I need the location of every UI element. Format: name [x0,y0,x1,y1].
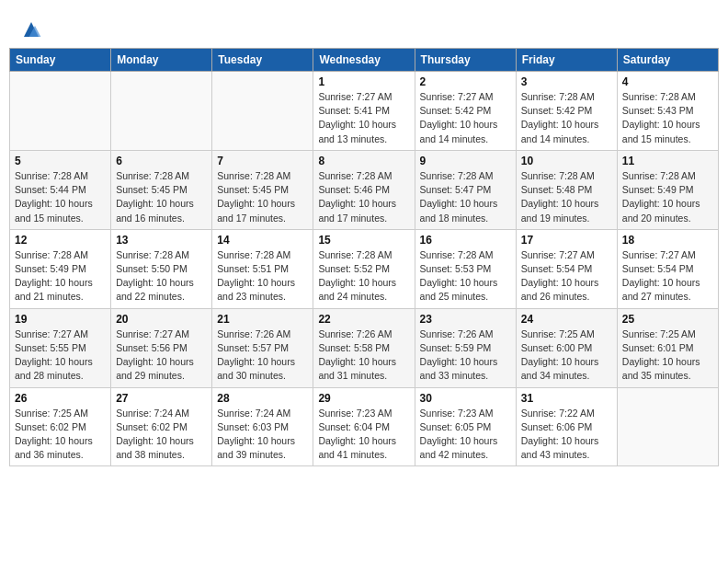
cell-day-info: Sunrise: 7:28 AM Sunset: 5:42 PM Dayligh… [521,90,612,146]
cell-day-info: Sunrise: 7:28 AM Sunset: 5:53 PM Dayligh… [420,248,511,304]
calendar-cell: 2Sunrise: 7:27 AM Sunset: 5:42 PM Daylig… [415,72,516,151]
calendar-cell: 6Sunrise: 7:28 AM Sunset: 5:45 PM Daylig… [111,150,212,229]
calendar-cell: 22Sunrise: 7:26 AM Sunset: 5:58 PM Dayli… [313,308,415,387]
calendar-cell: 21Sunrise: 7:26 AM Sunset: 5:57 PM Dayli… [212,308,313,387]
cell-day-info: Sunrise: 7:23 AM Sunset: 6:05 PM Dayligh… [420,407,511,463]
calendar-header-saturday: Saturday [617,49,718,72]
calendar-cell: 15Sunrise: 7:28 AM Sunset: 5:52 PM Dayli… [313,229,415,308]
calendar-cell: 12Sunrise: 7:28 AM Sunset: 5:49 PM Dayli… [10,229,111,308]
cell-day-number: 16 [420,234,511,247]
calendar-cell: 18Sunrise: 7:27 AM Sunset: 5:54 PM Dayli… [617,229,718,308]
calendar-cell [10,72,111,151]
cell-day-number: 2 [420,75,511,88]
calendar-cell: 31Sunrise: 7:22 AM Sunset: 6:06 PM Dayli… [516,387,617,466]
cell-day-number: 20 [116,313,207,326]
calendar-cell: 4Sunrise: 7:28 AM Sunset: 5:43 PM Daylig… [617,72,718,151]
calendar-cell: 19Sunrise: 7:27 AM Sunset: 5:55 PM Dayli… [10,308,111,387]
cell-day-info: Sunrise: 7:28 AM Sunset: 5:45 PM Dayligh… [217,169,308,225]
cell-day-number: 12 [15,234,106,247]
cell-day-number: 21 [217,313,308,326]
cell-day-info: Sunrise: 7:28 AM Sunset: 5:44 PM Dayligh… [15,169,106,225]
cell-day-info: Sunrise: 7:28 AM Sunset: 5:47 PM Dayligh… [420,169,511,225]
calendar-header-wednesday: Wednesday [313,49,415,72]
calendar-header-row: SundayMondayTuesdayWednesdayThursdayFrid… [10,49,719,72]
cell-day-number: 11 [622,155,713,167]
calendar-header-tuesday: Tuesday [212,49,313,72]
calendar-week-row: 26Sunrise: 7:25 AM Sunset: 6:02 PM Dayli… [10,387,719,466]
cell-day-info: Sunrise: 7:27 AM Sunset: 5:54 PM Dayligh… [521,248,612,304]
calendar-cell [617,387,718,466]
calendar-cell: 17Sunrise: 7:27 AM Sunset: 5:54 PM Dayli… [516,229,617,308]
calendar-cell [111,72,212,151]
calendar-header-friday: Friday [516,49,617,72]
cell-day-number: 4 [622,75,713,88]
cell-day-number: 29 [318,392,409,405]
calendar-cell: 11Sunrise: 7:28 AM Sunset: 5:49 PM Dayli… [617,150,718,229]
page-header [9,9,719,48]
cell-day-number: 9 [420,155,511,167]
logo [18,18,42,40]
cell-day-info: Sunrise: 7:25 AM Sunset: 6:02 PM Dayligh… [15,407,106,463]
cell-day-number: 17 [521,234,612,247]
calendar-table: SundayMondayTuesdayWednesdayThursdayFrid… [9,48,719,466]
calendar-week-row: 12Sunrise: 7:28 AM Sunset: 5:49 PM Dayli… [10,229,719,308]
cell-day-number: 7 [217,155,308,167]
calendar-week-row: 5Sunrise: 7:28 AM Sunset: 5:44 PM Daylig… [10,150,719,229]
logo-icon [20,18,42,40]
cell-day-number: 3 [521,75,612,88]
cell-day-info: Sunrise: 7:24 AM Sunset: 6:02 PM Dayligh… [116,407,207,463]
calendar-cell [212,72,313,151]
cell-day-info: Sunrise: 7:22 AM Sunset: 6:06 PM Dayligh… [521,407,612,463]
cell-day-info: Sunrise: 7:28 AM Sunset: 5:45 PM Dayligh… [116,169,207,225]
cell-day-number: 13 [116,234,207,247]
calendar-cell: 9Sunrise: 7:28 AM Sunset: 5:47 PM Daylig… [415,150,516,229]
calendar-cell: 29Sunrise: 7:23 AM Sunset: 6:04 PM Dayli… [313,387,415,466]
cell-day-number: 27 [116,392,207,405]
cell-day-info: Sunrise: 7:26 AM Sunset: 5:57 PM Dayligh… [217,327,308,384]
cell-day-info: Sunrise: 7:28 AM Sunset: 5:52 PM Dayligh… [318,248,409,304]
cell-day-number: 26 [15,392,106,405]
cell-day-info: Sunrise: 7:25 AM Sunset: 6:00 PM Dayligh… [521,327,612,384]
calendar-header-sunday: Sunday [10,49,111,72]
cell-day-info: Sunrise: 7:26 AM Sunset: 5:58 PM Dayligh… [318,327,409,384]
cell-day-number: 31 [521,392,612,405]
calendar-week-row: 1Sunrise: 7:27 AM Sunset: 5:41 PM Daylig… [10,72,719,151]
cell-day-number: 25 [622,313,713,326]
calendar-cell: 27Sunrise: 7:24 AM Sunset: 6:02 PM Dayli… [111,387,212,466]
calendar-cell: 24Sunrise: 7:25 AM Sunset: 6:00 PM Dayli… [516,308,617,387]
cell-day-number: 24 [521,313,612,326]
cell-day-info: Sunrise: 7:28 AM Sunset: 5:46 PM Dayligh… [318,169,409,225]
calendar-cell: 3Sunrise: 7:28 AM Sunset: 5:42 PM Daylig… [516,72,617,151]
cell-day-info: Sunrise: 7:27 AM Sunset: 5:55 PM Dayligh… [15,327,106,384]
cell-day-number: 1 [318,75,409,88]
calendar-cell: 16Sunrise: 7:28 AM Sunset: 5:53 PM Dayli… [415,229,516,308]
calendar-cell: 1Sunrise: 7:27 AM Sunset: 5:41 PM Daylig… [313,72,415,151]
calendar-cell: 26Sunrise: 7:25 AM Sunset: 6:02 PM Dayli… [10,387,111,466]
cell-day-info: Sunrise: 7:24 AM Sunset: 6:03 PM Dayligh… [217,407,308,463]
calendar-week-row: 19Sunrise: 7:27 AM Sunset: 5:55 PM Dayli… [10,308,719,387]
cell-day-number: 15 [318,234,409,247]
calendar-cell: 7Sunrise: 7:28 AM Sunset: 5:45 PM Daylig… [212,150,313,229]
cell-day-number: 23 [420,313,511,326]
cell-day-info: Sunrise: 7:23 AM Sunset: 6:04 PM Dayligh… [318,407,409,463]
calendar-cell: 10Sunrise: 7:28 AM Sunset: 5:48 PM Dayli… [516,150,617,229]
calendar-header-monday: Monday [111,49,212,72]
cell-day-info: Sunrise: 7:28 AM Sunset: 5:51 PM Dayligh… [217,248,308,304]
calendar-cell: 8Sunrise: 7:28 AM Sunset: 5:46 PM Daylig… [313,150,415,229]
calendar-cell: 28Sunrise: 7:24 AM Sunset: 6:03 PM Dayli… [212,387,313,466]
cell-day-info: Sunrise: 7:27 AM Sunset: 5:56 PM Dayligh… [116,327,207,384]
cell-day-info: Sunrise: 7:26 AM Sunset: 5:59 PM Dayligh… [420,327,511,384]
cell-day-info: Sunrise: 7:28 AM Sunset: 5:43 PM Dayligh… [622,90,713,146]
cell-day-number: 18 [622,234,713,247]
calendar-cell: 20Sunrise: 7:27 AM Sunset: 5:56 PM Dayli… [111,308,212,387]
cell-day-number: 22 [318,313,409,326]
calendar-cell: 25Sunrise: 7:25 AM Sunset: 6:01 PM Dayli… [617,308,718,387]
cell-day-number: 6 [116,155,207,167]
cell-day-number: 8 [318,155,409,167]
cell-day-info: Sunrise: 7:27 AM Sunset: 5:41 PM Dayligh… [318,90,409,146]
cell-day-number: 10 [521,155,612,167]
cell-day-info: Sunrise: 7:27 AM Sunset: 5:42 PM Dayligh… [420,90,511,146]
cell-day-info: Sunrise: 7:28 AM Sunset: 5:48 PM Dayligh… [521,169,612,225]
calendar-cell: 5Sunrise: 7:28 AM Sunset: 5:44 PM Daylig… [10,150,111,229]
cell-day-info: Sunrise: 7:28 AM Sunset: 5:49 PM Dayligh… [622,169,713,225]
